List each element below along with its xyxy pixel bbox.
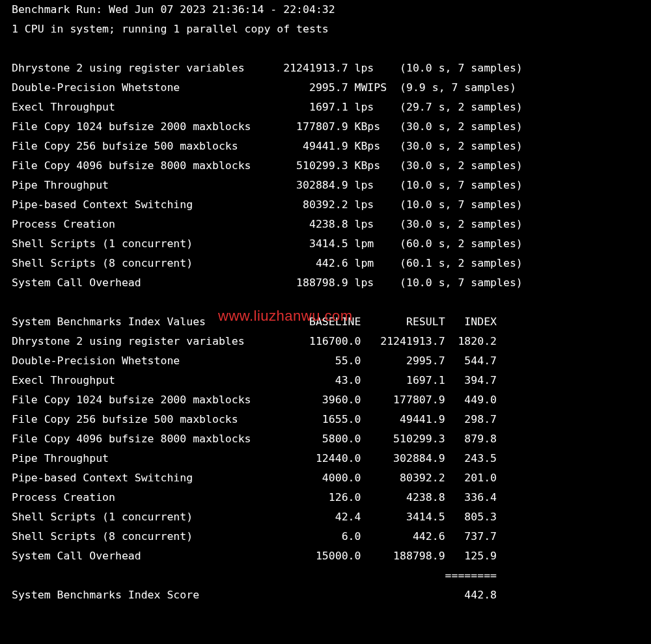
terminal-output: Benchmark Run: Wed Jun 07 2023 21:36:14 … [0,0,651,644]
